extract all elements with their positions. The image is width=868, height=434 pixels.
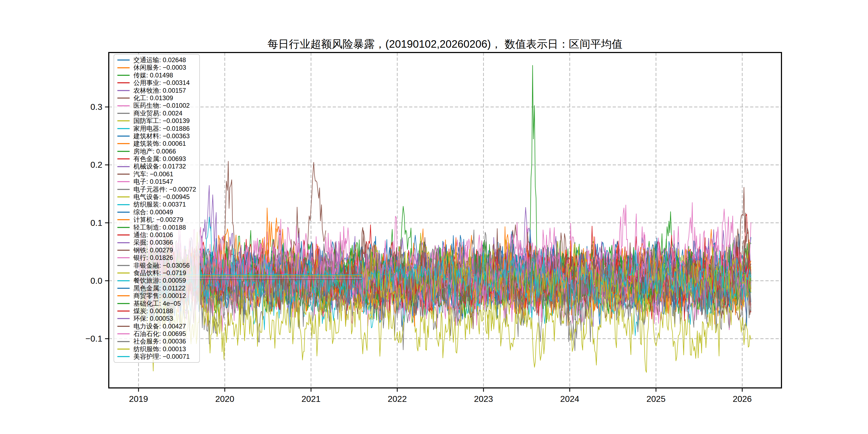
legend-label: 医药生物: −0.01002	[133, 102, 190, 109]
legend-swatch	[117, 143, 130, 144]
x-tick-label: 2023	[474, 394, 493, 404]
legend-swatch	[117, 219, 130, 220]
legend-item: 轻工制造: 0.00188	[114, 224, 199, 231]
legend-label: 机械设备: 0.01732	[133, 163, 186, 170]
legend-item: 纺织服装: 0.00371	[114, 201, 199, 208]
legend-label: 电力设备: 0.00427	[133, 322, 186, 330]
legend-item: 商贸零售: 0.00012	[114, 292, 199, 300]
legend-item: 黑色金属: 0.01122	[114, 284, 199, 292]
legend-label: 美容护理: −0.00071	[133, 353, 190, 360]
legend-swatch	[117, 235, 130, 236]
legend-label: 商业贸易: 0.0024	[133, 110, 182, 117]
legend-swatch	[117, 303, 130, 304]
legend-label: 环保: 0.00053	[133, 315, 173, 322]
y-tick-label: 0.0	[91, 276, 102, 286]
legend-label: 社会服务: 0.00036	[133, 338, 186, 345]
legend-item: 医药生物: −0.01002	[114, 102, 199, 109]
chart-title: 每日行业超额风险暴露，(20190102,20260206)， 数值表示日：区间…	[268, 38, 623, 50]
legend-label: 黑色金属: 0.01122	[133, 284, 185, 292]
legend-item: 休闲服务: −0.0003	[114, 64, 199, 71]
legend-swatch	[117, 120, 130, 121]
legend-item: 交通运输: 0.02648	[114, 56, 199, 64]
legend-label: 建筑装饰: 0.00061	[133, 140, 186, 147]
legend-item: 美容护理: −0.00071	[114, 353, 199, 360]
x-tick-label: 2025	[646, 394, 665, 404]
legend-item: 食品饮料: −0.0719	[114, 269, 199, 277]
legend-item: 房地产: 0.0066	[114, 148, 199, 155]
legend-swatch	[117, 113, 130, 114]
legend-swatch	[117, 189, 130, 190]
legend-swatch	[117, 181, 130, 182]
legend-label: 非银金融: −0.03056	[133, 262, 190, 269]
legend-item: 有色金属: 0.00693	[114, 155, 199, 163]
legend-swatch	[117, 60, 130, 61]
legend-label: 通信: 0.00106	[133, 231, 173, 239]
legend-item: 电力设备: 0.00427	[114, 322, 199, 330]
legend-label: 轻工制造: 0.00188	[133, 224, 186, 231]
legend-item: 建筑装饰: 0.00061	[114, 140, 199, 147]
y-tick-label: 0.3	[91, 102, 102, 112]
x-tick-label: 2021	[301, 394, 320, 404]
legend-swatch	[117, 204, 130, 205]
legend-item: 汽车: −0.0061	[114, 170, 199, 178]
legend-label: 电子: 0.01547	[133, 178, 173, 185]
legend-swatch	[117, 158, 130, 159]
legend-label: 石油石化: 0.00695	[133, 330, 186, 338]
legend-label: 综合: 0.00049	[133, 209, 173, 216]
legend-swatch	[117, 318, 130, 319]
legend-item: 计算机: −0.00279	[114, 216, 199, 223]
x-tick-label: 2022	[388, 394, 407, 404]
legend-label: 纺织服饰: 0.00013	[133, 345, 186, 353]
legend-item: 餐饮旅游: 0.00059	[114, 277, 199, 284]
legend-swatch	[117, 242, 130, 243]
legend-swatch	[117, 250, 130, 251]
legend-item: 电子: 0.01547	[114, 178, 199, 185]
legend-item: 家用电器: −0.01886	[114, 125, 199, 132]
x-tick-label: 2020	[215, 394, 234, 404]
legend-label: 计算机: −0.00279	[133, 216, 183, 223]
legend: 交通运输: 0.02648休闲服务: −0.0003传媒: 0.01498公用事…	[114, 54, 200, 363]
figure: 201920202021202220232024202520260.30.20.…	[0, 0, 868, 434]
legend-item: 石油石化: 0.00695	[114, 330, 199, 338]
legend-label: 汽车: −0.0061	[133, 170, 173, 178]
y-tick-label: 0.1	[91, 218, 102, 228]
legend-swatch	[117, 82, 130, 83]
legend-item: 非银金融: −0.03056	[114, 262, 199, 269]
x-tick-label: 2024	[560, 394, 579, 404]
legend-item: 通信: 0.00106	[114, 231, 199, 239]
legend-item: 基础化工: 4e−05	[114, 300, 199, 307]
legend-item: 商业贸易: 0.0024	[114, 110, 199, 117]
legend-item: 电子元器件: −0.00072	[114, 186, 199, 193]
legend-swatch	[117, 135, 130, 136]
legend-label: 电气设备: −0.00945	[133, 193, 190, 201]
legend-label: 化工: 0.01309	[133, 94, 173, 102]
legend-swatch	[117, 356, 130, 357]
legend-swatch	[117, 67, 130, 68]
legend-item: 煤炭: 0.00188	[114, 307, 199, 315]
legend-swatch	[117, 257, 130, 258]
legend-item: 银行: 0.01826	[114, 254, 199, 261]
legend-item: 建筑材料: −0.00363	[114, 132, 199, 140]
legend-swatch	[117, 333, 130, 334]
legend-item: 采掘: 0.00366	[114, 239, 199, 246]
legend-label: 建筑材料: −0.00363	[133, 132, 190, 140]
legend-label: 传媒: 0.01498	[133, 71, 173, 79]
legend-swatch	[117, 348, 130, 350]
legend-item: 传媒: 0.01498	[114, 71, 199, 79]
legend-item: 公用事业: −0.00314	[114, 79, 199, 87]
legend-swatch	[117, 326, 130, 327]
series-lines	[138, 65, 751, 372]
legend-swatch	[117, 196, 130, 197]
legend-item: 国防军工: −0.00139	[114, 117, 199, 125]
legend-item: 化工: 0.01309	[114, 94, 199, 102]
legend-label: 采掘: 0.00366	[133, 239, 173, 246]
legend-swatch	[117, 166, 130, 167]
legend-item: 综合: 0.00049	[114, 209, 199, 216]
legend-swatch	[117, 310, 130, 312]
legend-label: 商贸零售: 0.00012	[133, 292, 186, 300]
legend-swatch	[117, 227, 130, 228]
legend-swatch	[117, 288, 130, 289]
legend-item: 机械设备: 0.01732	[114, 163, 199, 170]
legend-label: 食品饮料: −0.0719	[133, 269, 186, 277]
legend-label: 餐饮旅游: 0.00059	[133, 277, 186, 284]
